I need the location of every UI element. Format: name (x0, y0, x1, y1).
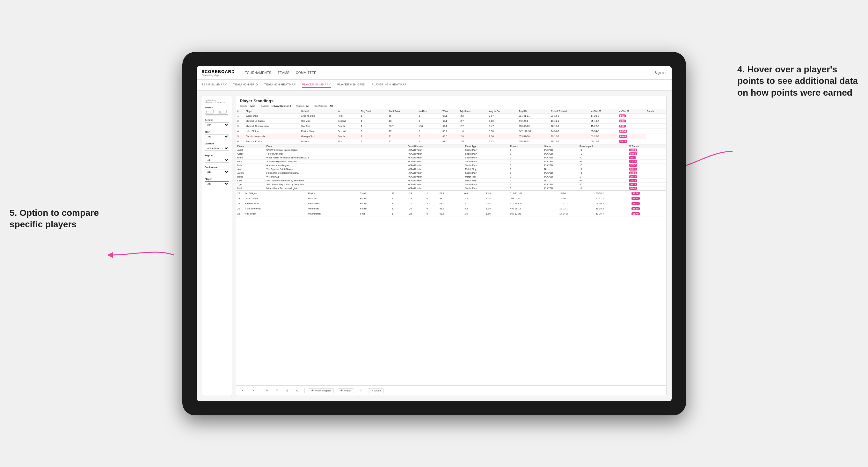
popup-row[interactable]: Alex C Fallen Oak Collegiate Invitationa… (236, 171, 666, 175)
popup-row[interactable]: Brent Wake Forest Invitational at Pinehu… (236, 156, 666, 159)
points-badge[interactable]: 38.49 (631, 212, 640, 215)
popup-points-badge: 16.50 (629, 172, 637, 175)
filter-division-select[interactable]: NCAA Division I (205, 146, 229, 151)
player-popup-section: Player Event Event Division Event Type R… (236, 144, 666, 190)
watch-button[interactable]: 👁 Watch (338, 388, 354, 393)
annotation-right: 4. Hover over a player's points to see a… (737, 64, 859, 98)
redo-button[interactable]: ↷ (250, 388, 256, 393)
table-row[interactable]: 4 Luke Claton Florida State Second 5 27 … (236, 128, 666, 133)
points-badge[interactable]: 40.27 (631, 197, 640, 200)
table-row[interactable]: 6 Jackson Koivun Auburn First 2 27 1 87.… (236, 139, 666, 144)
popup-points-badge: 56.18 (629, 183, 637, 186)
points-badge[interactable]: 39.95 (631, 207, 640, 210)
popup-row[interactable]: Jacob UNCW Seahawk Intercollegiate NCAA … (236, 148, 666, 152)
nav-items: TOURNAMENTS TEAMS COMMITTEE (245, 70, 647, 75)
download-button[interactable]: ⬇ (358, 388, 364, 393)
popup-col-status: Status (543, 145, 578, 148)
copy-button[interactable]: ⧉ (264, 388, 270, 393)
main-content: Update time: 27/01/2024 16:56:26 No Rds.… (197, 91, 672, 401)
filter-no-rds-max[interactable] (218, 110, 227, 114)
eye-icon: 👁 (311, 389, 314, 392)
filter-gender-select[interactable]: Men Women (205, 122, 229, 127)
points-badge[interactable]: 60.49 (619, 135, 627, 138)
col-player: Player (245, 109, 300, 114)
popup-row[interactable]: Pitch Southern Highlands Collegiate NCAA… (236, 159, 666, 163)
tab-player-h2h-grid[interactable]: PLAYER H2H GRID (337, 82, 365, 88)
settings-button[interactable]: ⚙ (284, 388, 290, 393)
filter-player-select[interactable]: (All) (205, 181, 229, 186)
top-nav: SCOREBOARD Powered by clippi TOURNAMENTS… (197, 66, 672, 80)
tablet-screen: SCOREBOARD Powered by clippi TOURNAMENTS… (197, 66, 672, 401)
popup-row[interactable]: Tiger SEC Stroke Play hosted by Jerry Pa… (236, 182, 666, 186)
col-to-par: Avg to Par (488, 109, 517, 114)
popup-row[interactable]: Gordo Tiger Invitational NCAA Division I… (236, 152, 666, 156)
table-row[interactable]: 1 Wenyi Ding Arizona State First 1 15 1 … (236, 113, 666, 118)
toolbar-divider-1 (260, 388, 260, 393)
table-row-highlighted[interactable]: 5 Christo Lamprecht Georgia Tech Fourth … (236, 133, 666, 139)
popup-row[interactable]: Marc Amer An Intercollegiate NCAA Divisi… (236, 163, 666, 167)
popup-row[interactable]: Luke I SEC Match Play hosted by Jerry Pa… (236, 179, 666, 182)
filter-panel: Update time: 27/01/2024 16:56:26 No Rds.… (202, 96, 232, 396)
popup-col-event: Event (265, 145, 406, 148)
points-badge[interactable]: 40.02 (631, 202, 640, 205)
tab-team-summary[interactable]: TEAM SUMMARY (202, 82, 227, 88)
filter-summary-row: Gender: Men Division: NCAA Division I Re… (240, 104, 662, 107)
popup-col-rounds: Rounds (509, 145, 543, 148)
nav-tournaments[interactable]: TOURNAMENTS (245, 70, 271, 75)
table-row[interactable]: 23 Jack Lundin Missouri Fourth 11 24 0 8… (236, 196, 666, 201)
table-row[interactable]: 2 Michael La Sasso Ole Miss Second 1 18 … (236, 118, 666, 123)
share-button[interactable]: ↗ Share (368, 388, 384, 393)
filter-division-label: Division (205, 142, 229, 145)
points-badge[interactable]: 70.2 (619, 125, 626, 127)
filter-conference: Conference (All) (205, 166, 229, 175)
tab-team-h2h-grid[interactable]: TEAM H2H GRID (233, 82, 258, 88)
popup-points-badge: 57.57 (629, 164, 637, 167)
points-badge[interactable]: 68.94 (619, 130, 627, 133)
division-value: NCAA Division I (272, 104, 291, 107)
tab-player-summary[interactable]: PLAYER SUMMARY (302, 82, 331, 88)
share-icon: ↗ (371, 389, 373, 392)
filter-no-rds-min[interactable] (205, 110, 214, 114)
table-row[interactable]: 25 Cole Sherwood Vanderbilt Fourth 12 24… (236, 206, 666, 211)
nav-teams[interactable]: TEAMS (278, 70, 289, 75)
col-wins: Wins (441, 109, 458, 114)
undo-button[interactable]: ↶ (240, 388, 246, 393)
view-original-button[interactable]: 👁 View: Original (309, 388, 334, 393)
table-row[interactable]: 3 Michael Thorbjornsen Stanford Fourth 1… (236, 123, 666, 128)
table-row[interactable]: 24 Bastien Amat New Mexico Fourth 1 27 2… (236, 201, 666, 206)
col-num: # (236, 109, 245, 114)
paste-button[interactable]: 📋 (274, 388, 280, 393)
filter-gender: Gender Men Women (205, 119, 229, 127)
toolbar-divider-2 (304, 388, 305, 393)
filter-player-label: Player (205, 178, 229, 180)
sign-out-button[interactable]: Sign out (655, 71, 666, 74)
tab-team-h2h-heatmap[interactable]: TEAM H2H HEATMAP (264, 82, 296, 88)
points-badge[interactable]: 40.68 (631, 192, 640, 195)
filter-region-select[interactable]: N/A (205, 158, 229, 162)
popup-col-wpoints: W Points (628, 145, 666, 148)
points-badge[interactable]: 88.2 (619, 115, 626, 117)
popup-row[interactable]: Mutti Mirabei Maui Jim Intercollegiate N… (236, 186, 666, 190)
timer-button[interactable]: ⏱ (294, 388, 301, 393)
filter-region-label: Region (205, 154, 229, 157)
nav-committee[interactable]: COMMITTEE (296, 70, 316, 75)
table-row[interactable]: 26 Petr Hruby Washington Fifth 1 23 0 68… (236, 211, 666, 216)
popup-points-badge: 40.64 (629, 149, 637, 151)
filter-no-rds-label: No Rds. (205, 106, 229, 109)
conference-value: All (330, 104, 333, 107)
tab-player-h2h-heatmap[interactable]: PLAYER H2H HEATMAP (372, 82, 407, 88)
popup-row[interactable]: David Williams Cup NCAA Division I Match… (236, 175, 666, 179)
region-label: Region: (296, 104, 305, 107)
points-badge[interactable]: 58.18 (619, 140, 627, 143)
col-yr: Yr (337, 109, 360, 114)
popup-row[interactable]: Jake I The Cypress Point Classic NCAA Di… (236, 167, 666, 171)
col-avg-sg: Avg SG (517, 109, 550, 114)
filter-year-select[interactable]: (All) (205, 134, 229, 139)
table-row[interactable]: 22 Ian Gilligan Florida Third 10 24 1 68… (236, 191, 666, 196)
tablet-device: SCOREBOARD Powered by clippi TOURNAMENTS… (182, 52, 686, 415)
points-badge[interactable]: 79.3 (619, 120, 626, 122)
watch-icon: 👁 (340, 389, 343, 392)
filter-division: Division NCAA Division I (205, 142, 229, 151)
popup-points-badge: 25.38 (629, 179, 637, 182)
filter-conference-select[interactable]: (All) (205, 169, 229, 175)
